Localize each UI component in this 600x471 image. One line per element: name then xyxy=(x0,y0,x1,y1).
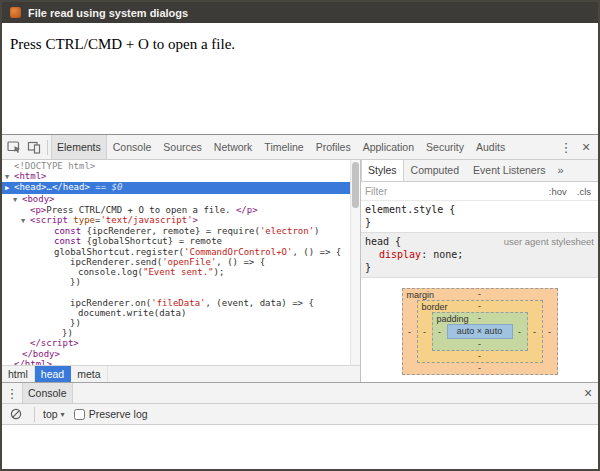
styles-filter-bar: :hov .cls xyxy=(361,182,598,201)
tab-timeline[interactable]: Timeline xyxy=(258,135,309,159)
padding-right-value[interactable]: - xyxy=(513,327,527,337)
box-model-content[interactable]: auto × auto xyxy=(447,324,513,339)
page-message: Press CTRL/CMD + O to open a file. xyxy=(10,36,590,53)
tab-audits[interactable]: Audits xyxy=(470,135,511,159)
drawer-close-icon[interactable]: × xyxy=(578,383,598,403)
preserve-log-checkbox[interactable] xyxy=(74,409,85,420)
class-toggle[interactable]: .cls xyxy=(574,185,594,198)
box-model-border-label: border xyxy=(422,302,448,312)
pseudo-state-toggle[interactable]: :hov xyxy=(546,185,570,198)
console-toolbar-separator xyxy=(34,407,35,422)
collapsed-arrow-icon[interactable]: ▶ xyxy=(5,183,14,193)
drawer-tab-console[interactable]: Console xyxy=(22,383,73,403)
device-toolbar-icon[interactable] xyxy=(24,136,44,158)
tree-row[interactable]: <!DOCTYPE html> xyxy=(2,161,360,171)
console-messages-area[interactable] xyxy=(2,425,598,469)
tree-row[interactable]: const {ipcRenderer, remote} = require('e… xyxy=(2,226,360,236)
tree-row[interactable]: ▼<script type='text/javascript'> xyxy=(2,215,360,226)
sidebar-tabs: StylesComputedEvent Listeners» xyxy=(361,160,598,182)
border-left-value[interactable]: - xyxy=(418,327,432,337)
breadcrumb: htmlheadmeta xyxy=(2,365,360,382)
tree-row[interactable]: }) xyxy=(2,277,360,287)
tree-row[interactable]: ▶<head>…</head> == $0 xyxy=(2,182,360,193)
elements-tree-lines: <!DOCTYPE html>▼<html>▶<head>…</head> ==… xyxy=(2,160,360,365)
tree-row[interactable]: </script> xyxy=(2,338,360,348)
titlebar: File read using system dialogs xyxy=(2,2,598,23)
crumb-html[interactable]: html xyxy=(2,366,35,382)
tree-row[interactable]: }) xyxy=(2,318,360,328)
tab-elements[interactable]: Elements xyxy=(51,135,107,159)
elements-tree: <!DOCTYPE html>▼<html>▶<head>…</head> ==… xyxy=(2,160,360,365)
sidebar-tab-styles[interactable]: Styles xyxy=(361,160,404,181)
clear-console-icon[interactable] xyxy=(6,403,26,425)
sidebar-tabs-overflow-icon[interactable]: » xyxy=(552,160,568,181)
tab-sources[interactable]: Sources xyxy=(157,135,208,159)
rule-selector-line[interactable]: user agent stylesheethead { xyxy=(365,235,594,248)
elements-panel: <!DOCTYPE html>▼<html>▶<head>…</head> ==… xyxy=(2,160,361,382)
rule-selector-line[interactable]: element.style { xyxy=(365,203,594,216)
styles-filter-input[interactable] xyxy=(365,186,542,197)
margin-left-value[interactable]: - xyxy=(403,327,417,337)
box-model-padding[interactable]: padding - - auto × auto - - xyxy=(432,312,528,351)
style-property[interactable]: display: none; xyxy=(365,248,594,261)
console-drawer: ⋮ Console × top ▾ Preserve xyxy=(2,382,598,469)
box-model-pane: margin - - border - - padding xyxy=(361,278,598,382)
tab-console[interactable]: Console xyxy=(107,135,158,159)
tab-network[interactable]: Network xyxy=(208,135,259,159)
execution-context-selector[interactable]: top ▾ xyxy=(43,408,65,420)
border-right-value[interactable]: - xyxy=(528,327,542,337)
devtools-main: <!DOCTYPE html>▼<html>▶<head>…</head> ==… xyxy=(2,160,598,382)
expanded-arrow-icon[interactable]: ▼ xyxy=(21,216,30,226)
devtools-menu-icon[interactable]: ⋮ xyxy=(556,136,576,158)
box-model-border[interactable]: border - - padding - - au xyxy=(417,300,543,363)
expanded-arrow-icon[interactable]: ▼ xyxy=(5,172,14,182)
window-title: File read using system dialogs xyxy=(28,7,188,19)
tree-row[interactable]: ▼<html> xyxy=(2,171,360,182)
style-rules: element.style {}user agent stylesheethea… xyxy=(361,201,598,278)
tree-row[interactable]: ▼<body> xyxy=(2,194,360,205)
tree-row[interactable]: ipcRenderer.send('openFile', () => { xyxy=(2,257,360,267)
margin-bottom-value[interactable]: - xyxy=(403,363,557,374)
styles-sidebar: StylesComputedEvent Listeners» :hov .cls… xyxy=(361,160,598,382)
drawer-header: ⋮ Console × xyxy=(2,383,598,404)
tab-security[interactable]: Security xyxy=(420,135,470,159)
crumb-meta[interactable]: meta xyxy=(71,366,107,382)
tree-row[interactable]: console.log("Event sent."); xyxy=(2,267,360,277)
toolbar-separator xyxy=(47,140,48,155)
border-bottom-value[interactable]: - xyxy=(418,351,542,362)
tree-row[interactable]: }) xyxy=(2,328,360,338)
box-model-padding-label: padding xyxy=(437,314,469,324)
chevron-down-icon: ▾ xyxy=(61,410,65,419)
app-icon xyxy=(10,7,21,18)
tree-row[interactable]: </body> xyxy=(2,349,360,359)
inspect-element-icon[interactable] xyxy=(4,136,24,158)
console-toolbar: top ▾ Preserve log xyxy=(2,404,598,425)
margin-right-value[interactable]: - xyxy=(543,327,557,337)
crumb-head[interactable]: head xyxy=(35,366,71,382)
sidebar-tab-computed[interactable]: Computed xyxy=(404,160,466,181)
expanded-arrow-icon[interactable]: ▼ xyxy=(13,195,22,205)
sidebar-tab-event-listeners[interactable]: Event Listeners xyxy=(466,160,552,181)
tree-row[interactable] xyxy=(2,287,360,297)
tab-application[interactable]: Application xyxy=(357,135,420,159)
tree-scrollbar[interactable] xyxy=(350,160,360,365)
drawer-menu-icon[interactable]: ⋮ xyxy=(2,383,22,403)
devtools-toolbar: ElementsConsoleSourcesNetworkTimelinePro… xyxy=(2,135,598,160)
tree-row[interactable]: ipcRenderer.on('fileData', (event, data)… xyxy=(2,298,360,308)
tab-profiles[interactable]: Profiles xyxy=(310,135,357,159)
tree-row[interactable]: const {globalShortcut} = remote xyxy=(2,236,360,246)
padding-left-value[interactable]: - xyxy=(433,327,447,337)
devtools-close-icon[interactable]: × xyxy=(576,136,596,158)
rule-origin: user agent stylesheet xyxy=(504,235,594,248)
tree-row[interactable]: </html> xyxy=(2,359,360,365)
box-model-margin[interactable]: margin - - border - - padding xyxy=(402,288,558,375)
execution-context-value: top xyxy=(43,408,58,420)
devtools-tabs: ElementsConsoleSourcesNetworkTimelinePro… xyxy=(51,135,511,159)
tree-row[interactable]: document.write(data) xyxy=(2,308,360,318)
tree-scrollbar-thumb[interactable] xyxy=(352,162,359,208)
preserve-log-control[interactable]: Preserve log xyxy=(70,408,148,420)
style-rule: user agent stylesheethead {display: none… xyxy=(361,233,598,278)
tree-row[interactable]: <p>Press CTRL/CMD + O to open a file. </… xyxy=(2,205,360,215)
padding-bottom-value[interactable]: - xyxy=(433,339,527,350)
tree-row[interactable]: globalShortcut.register('CommandOrContro… xyxy=(2,247,360,257)
